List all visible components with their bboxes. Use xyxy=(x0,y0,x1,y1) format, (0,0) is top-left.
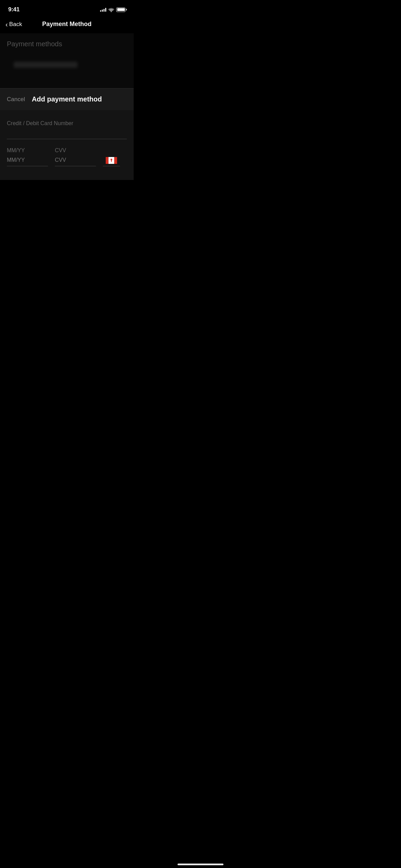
sheet-header: Cancel Add payment method xyxy=(0,88,134,110)
canada-flag-icon xyxy=(106,157,117,164)
country-flag-field[interactable] xyxy=(103,157,127,166)
cvv-input[interactable] xyxy=(55,157,96,166)
wifi-icon xyxy=(108,8,114,12)
payment-methods-section: Payment methods xyxy=(0,33,134,88)
svg-rect-0 xyxy=(106,157,109,164)
card-number-label: Credit / Debit Card Number xyxy=(7,120,127,126)
sheet-title: Add payment method xyxy=(32,95,102,103)
status-bar: 9:41 xyxy=(0,0,134,17)
expiry-input[interactable] xyxy=(7,157,48,166)
nav-bar: ‹ Back Payment Method xyxy=(0,17,134,33)
expiry-field: MM/YY xyxy=(7,147,48,166)
status-time: 9:41 xyxy=(8,6,20,13)
card-number-field: Credit / Debit Card Number xyxy=(7,120,127,139)
blurred-line xyxy=(14,62,77,68)
signal-bar-4 xyxy=(105,8,106,12)
expiry-label: MM/YY xyxy=(7,147,48,154)
signal-bar-1 xyxy=(100,10,101,12)
cancel-button[interactable]: Cancel xyxy=(7,96,25,103)
cvv-label: CVV xyxy=(55,147,96,154)
form-area: Credit / Debit Card Number MM/YY CVV xyxy=(0,110,134,180)
blurred-content-area xyxy=(7,62,127,68)
section-label: Payment methods xyxy=(7,40,62,48)
back-chevron-icon: ‹ xyxy=(5,21,8,28)
signal-icon xyxy=(100,8,106,12)
card-number-input[interactable] xyxy=(7,130,127,139)
back-label: Back xyxy=(9,21,22,28)
battery-icon xyxy=(116,8,125,12)
cvv-field: CVV xyxy=(55,147,96,166)
card-details-row: MM/YY CVV xyxy=(7,147,127,166)
signal-bar-2 xyxy=(102,10,103,12)
back-button[interactable]: ‹ Back xyxy=(5,21,22,28)
svg-rect-3 xyxy=(111,161,112,162)
signal-bar-3 xyxy=(104,9,105,12)
country-selector[interactable] xyxy=(103,157,120,166)
battery-fill xyxy=(117,8,125,11)
page-title: Payment Method xyxy=(42,21,92,28)
svg-rect-2 xyxy=(114,157,117,164)
status-icons xyxy=(100,8,125,12)
